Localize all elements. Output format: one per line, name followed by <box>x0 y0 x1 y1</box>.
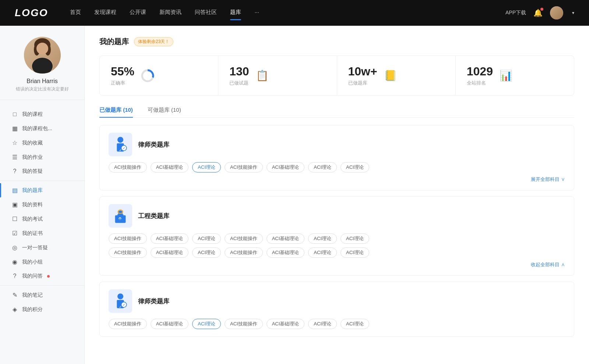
qbank-header-0: ✓ ✓ 律师类题库 <box>109 133 565 156</box>
sidebar-label-10: 我的小组 <box>22 259 43 265</box>
qbank-tag-2-6[interactable]: ACI理论 <box>341 319 369 329</box>
qbank-tag-0-2[interactable]: ACI理论 <box>192 162 221 172</box>
qbank-tag-2-5[interactable]: ACI理论 <box>308 319 337 329</box>
main-layout: Brian Harris 错误的决定比没有决定要好 □ 我的课程 ▦ 我的课程包… <box>0 26 589 364</box>
sidebar-divider-4 <box>0 181 84 181</box>
nav-item-4[interactable]: 问答社区 <box>195 9 217 17</box>
collapse-link-1[interactable]: 收起全部科目 ∧ <box>531 261 565 268</box>
tab-0[interactable]: 已做题库 (10) <box>99 107 133 117</box>
lawyer-icon: ✓ ✓ <box>112 136 129 153</box>
sidebar-item-11[interactable]: ? 我的问答 <box>0 269 84 283</box>
sidebar-item-10[interactable]: ◉ 我的小组 <box>0 255 84 269</box>
qbank-tag-0-1[interactable]: ACI基础理论 <box>151 162 189 172</box>
qbank-tag-1-row2-1[interactable]: ACI基础理论 <box>151 247 189 258</box>
qbank-tag-1-6[interactable]: ACI理论 <box>341 233 369 244</box>
topnav: LOGO 首页发现课程公开课新闻资讯问答社区题库··· APP下载 🔔 ▾ <box>0 0 589 26</box>
qbank-tag-1-row2-6[interactable]: ACI理论 <box>341 247 369 258</box>
sidebar-item-2[interactable]: ☆ 我的收藏 <box>0 136 84 150</box>
notification-bell[interactable]: 🔔 <box>533 8 543 17</box>
qbank-tag-0-0[interactable]: ACI技能操作 <box>109 162 147 172</box>
qbank-tag-0-5[interactable]: ACI理论 <box>308 162 337 172</box>
page-title: 我的题库 <box>99 37 129 47</box>
stat-icon-0 <box>140 68 155 83</box>
sidebar-item-4[interactable]: ? 我的答疑 <box>0 164 84 178</box>
sidebar-icon-11: ? <box>11 273 18 279</box>
logo[interactable]: LOGO <box>15 7 48 19</box>
nav-item-3[interactable]: 新闻资讯 <box>159 9 181 17</box>
stat-value-2: 10w+ <box>348 65 377 78</box>
sidebar-item-9[interactable]: ◎ 一对一答疑 <box>0 240 84 255</box>
qbank-tag-2-0[interactable]: ACI技能操作 <box>109 319 147 329</box>
chart-icon: 📊 <box>500 69 512 82</box>
sidebar-icon-7: ☐ <box>11 215 18 222</box>
qbank-tag-1-3[interactable]: ACI技能操作 <box>225 233 263 244</box>
sidebar-notif-dot <box>47 275 50 278</box>
stat-value-0: 55% <box>111 65 134 78</box>
sidebar-label-13: 我的积分 <box>22 306 43 313</box>
sidebar-label-4: 我的答疑 <box>22 168 43 175</box>
nav-item-5[interactable]: 题库 <box>230 9 241 17</box>
stat-item-0: 55% 正确率 <box>100 56 218 95</box>
qbank-tag-2-4[interactable]: ACI基础理论 <box>267 319 305 329</box>
app-download-button[interactable]: APP下载 <box>505 10 526 16</box>
donut-chart <box>140 68 155 83</box>
list-icon: 📒 <box>384 69 397 82</box>
sidebar: Brian Harris 错误的决定比没有决定要好 □ 我的课程 ▦ 我的课程包… <box>0 26 85 364</box>
stat-icon-3: 📊 <box>499 68 514 83</box>
qbank-tag-1-row2-3[interactable]: ACI技能操作 <box>225 247 263 258</box>
qbank-tag-0-6[interactable]: ACI理论 <box>341 162 369 172</box>
qbank-tag-1-row2-2[interactable]: ACI理论 <box>192 247 221 258</box>
sidebar-icon-3: ☰ <box>11 154 18 161</box>
expand-link-0[interactable]: 展开全部科目 ∨ <box>531 176 565 183</box>
sidebar-item-3[interactable]: ☰ 我的作业 <box>0 150 84 164</box>
sidebar-label-12: 我的笔记 <box>22 292 43 299</box>
qbank-tag-1-row2-0[interactable]: ACI技能操作 <box>109 247 147 258</box>
stat-icon-2: 📒 <box>383 68 398 83</box>
user-dropdown-chevron[interactable]: ▾ <box>572 10 574 15</box>
sidebar-item-8[interactable]: ☑ 我的证书 <box>0 226 84 240</box>
qbank-tag-2-1[interactable]: ACI基础理论 <box>151 319 189 329</box>
sidebar-item-1[interactable]: ▦ 我的课程包... <box>0 121 84 136</box>
sidebar-profile: Brian Harris 错误的决定比没有决定要好 <box>0 37 84 100</box>
sidebar-item-12[interactable]: ✎ 我的笔记 <box>0 288 84 302</box>
qbank-title-2: 律师类题库 <box>138 297 169 306</box>
sidebar-icon-2: ☆ <box>11 139 18 146</box>
stat-value-1: 130 <box>229 65 249 78</box>
sidebar-label-3: 我的作业 <box>22 154 43 161</box>
sidebar-label-8: 我的证书 <box>22 230 43 237</box>
stat-label-1: 已做试题 <box>229 80 249 86</box>
qbank-tag-1-1[interactable]: ACI基础理论 <box>151 233 189 244</box>
qbank-tag-1-row2-5[interactable]: ACI理论 <box>308 247 337 258</box>
nav-menu: 首页发现课程公开课新闻资讯问答社区题库··· <box>70 9 505 17</box>
page-title-row: 我的题库 体验剩余23天！ <box>99 37 574 47</box>
qbank-tag-1-2[interactable]: ACI理论 <box>192 233 221 244</box>
nav-item-1[interactable]: 发现课程 <box>94 9 116 17</box>
qbank-tag-2-3[interactable]: ACI技能操作 <box>225 319 263 329</box>
qbank-tag-1-4[interactable]: ACI基础理论 <box>267 233 305 244</box>
sidebar-icon-1: ▦ <box>11 125 18 132</box>
stat-item-2: 10w+ 已做题库 📒 <box>337 56 456 95</box>
nav-item-2[interactable]: 公开课 <box>130 9 146 17</box>
qbank-tag-0-4[interactable]: ACI基础理论 <box>267 162 305 172</box>
qbank-footer-1: 收起全部科目 ∧ <box>109 261 565 268</box>
qbank-tag-1-row2-4[interactable]: ACI基础理论 <box>267 247 305 258</box>
sidebar-item-13[interactable]: ◈ 我的积分 <box>0 302 84 317</box>
qbank-tag-2-2[interactable]: ACI理论 <box>192 319 221 329</box>
qbank-tag-0-3[interactable]: ACI技能操作 <box>225 162 263 172</box>
sidebar-item-5[interactable]: ▤ 我的题库 <box>0 183 84 197</box>
avatar[interactable] <box>550 6 563 19</box>
nav-item-0[interactable]: 首页 <box>70 9 81 17</box>
sidebar-item-7[interactable]: ☐ 我的考试 <box>0 212 84 226</box>
sidebar-item-0[interactable]: □ 我的课程 <box>0 107 84 121</box>
nav-item-6[interactable]: ··· <box>254 9 259 17</box>
sidebar-item-6[interactable]: ▣ 我的资料 <box>0 197 84 212</box>
qbank-tag-1-5[interactable]: ACI理论 <box>308 233 337 244</box>
qbank-tags-2: ACI技能操作ACI基础理论ACI理论ACI技能操作ACI基础理论ACI理论AC… <box>109 319 565 329</box>
qbank-card-1: ⛑ 工程类题库 ACI技能操作ACI基础理论ACI理论ACI技能操作ACI基础理… <box>99 196 574 276</box>
stat-icon-1: 📋 <box>255 68 270 83</box>
tab-1[interactable]: 可做题库 (10) <box>148 107 181 117</box>
sidebar-divider-11 <box>0 285 84 286</box>
qbank-tag-1-0[interactable]: ACI技能操作 <box>109 233 147 244</box>
sidebar-icon-6: ▣ <box>11 201 18 208</box>
sidebar-label-9: 一对一答疑 <box>22 245 48 251</box>
